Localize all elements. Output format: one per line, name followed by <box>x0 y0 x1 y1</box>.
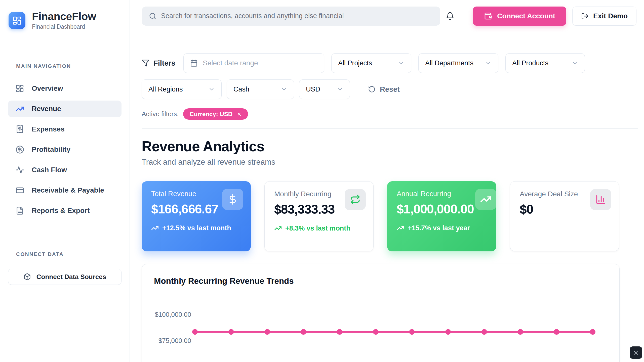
funnel-icon <box>142 59 150 67</box>
app-logo-icon <box>9 12 25 29</box>
chart-data-point[interactable] <box>590 329 595 335</box>
chevron-down-icon <box>398 60 405 66</box>
date-range-field[interactable] <box>203 59 317 67</box>
circle-dollar-icon <box>16 145 24 154</box>
package-icon <box>23 273 31 281</box>
bar-chart-icon <box>590 189 611 210</box>
sidebar-item-label: Revenue <box>32 105 61 113</box>
chart-data-point[interactable] <box>481 329 487 335</box>
metric-card-total-revenue: Total Revenue $166,666.67 +12.5% vs last… <box>142 181 251 251</box>
trending-up-icon <box>397 224 404 232</box>
activity-icon <box>16 166 24 174</box>
connect-account-button[interactable]: Connect Account <box>473 7 566 26</box>
chart-data-point[interactable] <box>228 329 234 335</box>
filters-row-1: Filters All Projects All Departments All… <box>142 53 638 73</box>
trending-up-icon <box>475 189 496 210</box>
chart-data-point[interactable] <box>373 329 379 335</box>
log-out-icon <box>581 12 589 20</box>
sidebar-item-label: Cash Flow <box>32 166 67 174</box>
departments-select[interactable]: All Departments <box>418 53 498 73</box>
sidebar-item-label: Overview <box>32 84 63 93</box>
filter-chip-currency[interactable]: Currency: USD <box>183 108 248 120</box>
line-chart: $100,000.00$75,000.00 <box>142 264 619 362</box>
sidebar-item-label: Expenses <box>32 125 65 133</box>
exit-demo-button[interactable]: Exit Demo <box>572 7 636 26</box>
repeat-icon <box>345 189 366 210</box>
chart-data-point[interactable] <box>554 329 559 335</box>
credit-card-icon <box>16 186 24 195</box>
wallet-icon <box>484 12 492 20</box>
file-text-icon <box>16 206 24 215</box>
products-select[interactable]: All Products <box>505 53 585 73</box>
main-navigation: Overview Revenue Expenses Profitability … <box>8 80 122 219</box>
layout-dashboard-icon <box>16 84 24 93</box>
payment-method-select[interactable]: Cash <box>227 79 294 99</box>
sidebar-item-label: Receivable & Payable <box>32 186 104 194</box>
bell-icon <box>446 12 454 20</box>
sidebar-item-expenses[interactable]: Expenses <box>8 121 122 138</box>
connect-data-sources-button[interactable]: Connect Data Sources <box>8 269 122 285</box>
search-icon <box>149 12 156 20</box>
metric-label: Annual Recurring <box>397 190 487 198</box>
chart-data-point[interactable] <box>337 329 342 335</box>
chart-data-point[interactable] <box>301 329 306 335</box>
regions-select[interactable]: All Regions <box>142 79 222 99</box>
chart-data-point[interactable] <box>192 329 198 335</box>
notifications-button[interactable] <box>446 12 454 20</box>
app-tagline: Financial Dashboard <box>32 23 96 30</box>
chart-data-point[interactable] <box>445 329 451 335</box>
page-subtitle: Track and analyze all revenue streams <box>142 158 638 167</box>
trending-up-icon <box>274 224 282 232</box>
receipt-icon <box>16 125 24 133</box>
metric-card-average-deal-size: Average Deal Size $0 <box>510 181 619 251</box>
sidebar-item-cash-flow[interactable]: Cash Flow <box>8 162 122 178</box>
currency-select[interactable]: USD <box>299 79 350 99</box>
main-content: Filters All Projects All Departments All… <box>130 32 644 362</box>
sidebar-item-overview[interactable]: Overview <box>8 80 122 97</box>
overlay-close-button[interactable] <box>630 346 642 359</box>
metric-change: +12.5% vs last month <box>151 223 241 233</box>
line-chart-svg <box>142 264 619 362</box>
active-filters-row: Active filters: Currency: USD <box>142 108 638 120</box>
close-icon[interactable] <box>237 112 242 117</box>
sidebar-item-receivable-payable[interactable]: Receivable & Payable <box>8 182 122 199</box>
trending-up-icon <box>16 105 24 113</box>
metric-value: $1,000,000.00 <box>397 202 487 216</box>
section-divider <box>142 128 638 129</box>
dollar-sign-icon <box>222 189 243 210</box>
chart-data-point[interactable] <box>264 329 270 335</box>
sidebar-item-profitability[interactable]: Profitability <box>8 141 122 158</box>
chevron-down-icon <box>208 86 215 93</box>
filters-row-2: All Regions Cash USD Reset <box>142 79 638 99</box>
sidebar-item-reports-export[interactable]: Reports & Export <box>8 202 122 219</box>
chart-data-point[interactable] <box>518 329 523 335</box>
exit-demo-label: Exit Demo <box>593 12 628 20</box>
sidebar-item-revenue[interactable]: Revenue <box>8 101 122 117</box>
metric-change: +15.7% vs last year <box>397 223 487 233</box>
chevron-down-icon <box>572 60 578 66</box>
sidebar-item-label: Profitability <box>32 146 70 154</box>
sidebar-item-label: Reports & Export <box>32 207 90 215</box>
rotate-ccw-icon <box>368 85 376 93</box>
date-range-input[interactable] <box>183 53 324 73</box>
page-title: Revenue Analytics <box>142 138 638 155</box>
chart-data-point[interactable] <box>409 329 415 335</box>
global-search[interactable] <box>142 7 440 26</box>
metric-cards: Total Revenue $166,666.67 +12.5% vs last… <box>142 181 638 251</box>
reset-label: Reset <box>380 85 400 94</box>
mrr-trends-chart-card: Monthly Recurring Revenue Trends $100,00… <box>142 264 620 362</box>
calendar-icon <box>190 59 198 67</box>
chevron-down-icon <box>281 86 287 93</box>
reset-filters-button[interactable]: Reset <box>368 85 400 94</box>
trending-up-icon <box>151 224 159 232</box>
metric-card-monthly-recurring: Monthly Recurring $83,333.33 +8.3% vs la… <box>264 181 374 251</box>
y-axis-tick-label: $100,000.00 <box>153 311 191 319</box>
filters-title: Filters <box>142 59 175 67</box>
active-filters-label: Active filters: <box>142 110 179 118</box>
projects-select[interactable]: All Projects <box>331 53 411 73</box>
app-logo: FinanceFlow Financial Dashboard <box>0 0 130 41</box>
connect-data-heading: CONNECT DATA <box>8 251 122 257</box>
connect-data-sources-label: Connect Data Sources <box>36 273 106 281</box>
app-title: FinanceFlow <box>32 11 96 22</box>
search-input[interactable] <box>161 12 433 20</box>
